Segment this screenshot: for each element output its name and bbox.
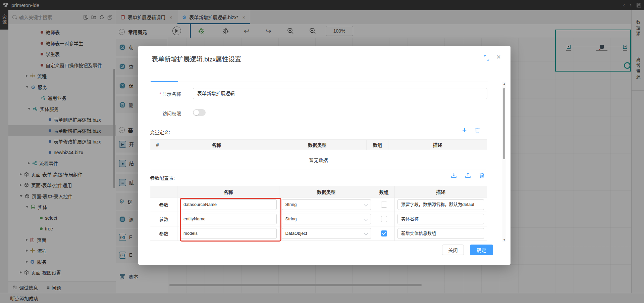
- empty-data-text: 暂无数据: [150, 150, 487, 170]
- param-type-select[interactable]: String: [282, 214, 371, 224]
- fullscreen-icon[interactable]: [484, 55, 489, 61]
- param-row: 参数 entityName String 实体名称: [150, 212, 487, 226]
- array-checkbox-checked[interactable]: [381, 230, 387, 236]
- properties-dialog: 表单新增扩展逻辑.bizx属性设置 × ▲ ▼ *显示名称 表单新增扩展逻辑 访…: [138, 46, 511, 265]
- params-label: 参数配置表:: [150, 174, 175, 181]
- param-name-input[interactable]: entityName: [180, 214, 277, 224]
- close-dialog-icon[interactable]: ×: [496, 53, 501, 61]
- param-desc-input[interactable]: 实体名称: [397, 214, 484, 224]
- param-desc-input[interactable]: 预留字段，数据源名称，默认为defaul: [397, 199, 484, 210]
- param-desc-input[interactable]: 新增实体信息数组: [397, 228, 484, 239]
- param-type-select[interactable]: DataObject: [282, 228, 371, 239]
- import-params-icon[interactable]: [451, 172, 457, 178]
- access-toggle[interactable]: [193, 109, 206, 116]
- chevron-down-icon: [364, 217, 368, 221]
- scroll-up-icon[interactable]: ▲: [502, 82, 506, 85]
- export-params-icon[interactable]: [465, 172, 471, 178]
- dialog-scrollbar[interactable]: ▲ ▼: [502, 82, 506, 242]
- confirm-button[interactable]: 确定: [470, 245, 493, 255]
- param-name-input[interactable]: datasourceName: [180, 199, 277, 210]
- app-window: primeton-ide ‹ › 资源 输入关键字搜索 教师表 教师表一对多学生…: [0, 0, 644, 303]
- display-name-label: *显示名称: [159, 90, 181, 97]
- display-name-input[interactable]: 表单新增扩展逻辑: [193, 88, 487, 99]
- param-row: 参数 datasourceName String 预留字段，数据源名称，默认为d…: [150, 198, 487, 212]
- add-variable-icon[interactable]: +: [462, 127, 467, 134]
- delete-variable-icon[interactable]: [475, 127, 480, 133]
- array-checkbox[interactable]: [381, 202, 387, 208]
- scroll-down-icon[interactable]: ▼: [502, 239, 506, 242]
- delete-params-icon[interactable]: [479, 172, 485, 178]
- params-table: 名称 数据类型 数组 描述 参数 datasourceName String 预…: [150, 186, 487, 241]
- param-row: 参数 models DataObject 新增实体信息数组: [150, 226, 487, 241]
- param-name-input[interactable]: models: [180, 228, 277, 239]
- close-button[interactable]: 关闭: [442, 245, 464, 255]
- access-label: 访问权限: [162, 110, 181, 117]
- chevron-down-icon: [364, 203, 368, 206]
- dialog-scrollbar-thumb[interactable]: [503, 88, 505, 159]
- variables-table: # 名称 数据类型 数组 描述 暂无数据: [150, 139, 487, 170]
- dialog-tab-line: [151, 82, 488, 82]
- variables-label: 变量定义:: [150, 129, 170, 135]
- dialog-title: 表单新增扩展逻辑.bizx属性设置: [152, 54, 241, 63]
- param-type-select[interactable]: String: [282, 199, 371, 210]
- dialog-active-tab-indicator: [151, 81, 178, 82]
- chevron-down-icon: [364, 231, 368, 235]
- array-checkbox[interactable]: [381, 216, 387, 222]
